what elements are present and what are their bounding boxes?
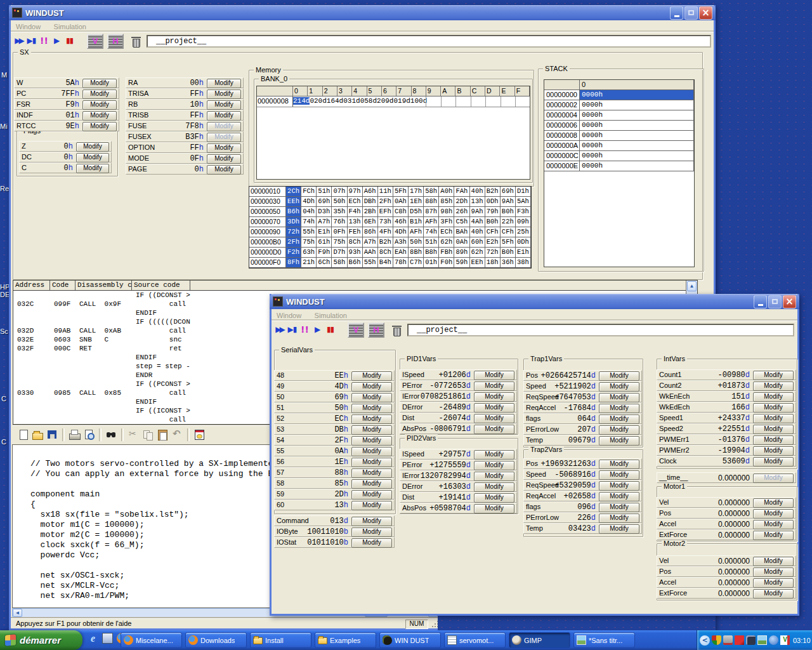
dump-cell[interactable]: 13h	[348, 217, 363, 227]
dump-cell[interactable]: D7h	[332, 248, 347, 258]
step-over-icon[interactable]	[26, 34, 37, 47]
dump-cell[interactable]: 2Fh	[286, 237, 301, 248]
dump-cell[interactable]: AFh	[424, 217, 439, 227]
desktop-icon-label[interactable]: M	[1, 71, 7, 79]
desktop-icon-label[interactable]: C	[1, 395, 6, 402]
modify-button[interactable]: Modify	[753, 446, 794, 456]
dump-cell[interactable]: 79h	[485, 207, 501, 217]
dump-cell[interactable]: B6h	[286, 207, 301, 217]
dump-cell[interactable]: FAh	[454, 187, 469, 197]
dump-cell[interactable]: FEh	[348, 227, 363, 237]
dump-cell[interactable]: B0h	[485, 217, 501, 227]
dump-cell[interactable]: CFh	[501, 227, 516, 237]
dump-cell[interactable]: 1Eh	[409, 197, 424, 207]
modify-button[interactable]: Modify	[82, 90, 117, 99]
modify-button[interactable]: Modify	[82, 79, 117, 88]
misc-app-icon[interactable]	[746, 635, 756, 645]
schedule-icon[interactable]	[193, 427, 206, 442]
dump-cell[interactable]: 50h	[409, 237, 424, 248]
dump-cell[interactable]: F3h	[516, 207, 531, 217]
copy-icon[interactable]	[141, 427, 155, 442]
modify-button[interactable]: Modify	[599, 514, 639, 523]
title-bar[interactable]: WINDUST ×	[9, 5, 716, 20]
modify-button[interactable]: Modify	[82, 122, 117, 131]
stack-value[interactable]: 0000h	[580, 131, 694, 141]
modify-button[interactable]: Modify	[82, 100, 117, 110]
modify-button[interactable]: Modify	[753, 414, 794, 423]
modify-button[interactable]: Modify	[599, 460, 639, 469]
stack-value[interactable]: 0000h	[580, 151, 694, 161]
modify-button[interactable]: Modify	[474, 461, 514, 470]
animate-icon[interactable]	[299, 323, 310, 336]
dump-cell[interactable]: 69h	[317, 197, 332, 207]
taskbar-task-button[interactable]: Examples	[315, 632, 376, 648]
dump-cell[interactable]: AAh	[363, 248, 378, 258]
dump-cell[interactable]: EFh	[378, 207, 393, 217]
memory-cell[interactable]: 100d	[410, 97, 427, 105]
modify-button[interactable]: Modify	[474, 450, 514, 460]
dump-cell[interactable]: 63h	[301, 248, 317, 258]
modify-button[interactable]: Modify	[753, 578, 794, 588]
minimize-button[interactable]	[670, 6, 683, 20]
dump-cell[interactable]: 0Ah	[393, 197, 409, 207]
modify-button[interactable]: Modify	[351, 517, 392, 526]
memory-cell[interactable]: 058d	[360, 97, 377, 105]
menu-window[interactable]: Window	[11, 22, 46, 30]
taskbar-task-button[interactable]: servomot...	[444, 632, 506, 648]
dump-cell[interactable]: D3h	[317, 207, 332, 217]
scroll-left-arrow[interactable]: ◄	[13, 609, 22, 617]
modify-button[interactable]: Modify	[753, 392, 794, 402]
dump-cell[interactable]: B8h	[424, 248, 439, 258]
print-preview-icon[interactable]	[82, 427, 96, 442]
modify-button[interactable]: Modify	[474, 371, 514, 380]
dump-cell[interactable]: 8Bh	[409, 248, 424, 258]
dump-cell[interactable]: 13h	[470, 197, 485, 207]
dump-cell[interactable]: 98h	[439, 207, 454, 217]
modify-button[interactable]: Modify	[351, 436, 392, 446]
dump-cell[interactable]: 9Ah	[501, 197, 516, 207]
stack-value[interactable]: 0000h	[580, 110, 694, 121]
dump-cell[interactable]: 36h	[501, 258, 516, 268]
dump-cell[interactable]: 5Ah	[516, 197, 531, 207]
desktop-icon-label[interactable]: Re	[0, 185, 9, 192]
modify-button[interactable]: Modify	[599, 404, 639, 413]
dump-cell[interactable]: C8h	[393, 207, 409, 217]
modify-button[interactable]: Modify	[474, 425, 514, 434]
maximize-button[interactable]	[684, 6, 698, 20]
modify-button[interactable]: Modify	[599, 436, 639, 446]
modify-button[interactable]: Modify	[474, 504, 514, 514]
dump-cell[interactable]: 4Ah	[470, 217, 485, 227]
desktop-icon-label[interactable]: HP	[0, 283, 10, 291]
modify-button[interactable]: Modify	[351, 447, 392, 456]
dump-cell[interactable]: D1h	[516, 187, 531, 197]
modify-button[interactable]: Modify	[351, 371, 392, 381]
dump-cell[interactable]: 2Fh	[378, 197, 393, 207]
print-icon[interactable]	[68, 427, 81, 442]
vnc-icon[interactable]: V	[780, 635, 790, 645]
dump-cell[interactable]: 22h	[501, 217, 516, 227]
modify-button[interactable]: Modify	[351, 538, 392, 548]
dump-cell[interactable]: EEh	[470, 258, 485, 268]
modify-button[interactable]: Modify	[599, 382, 639, 392]
project-field[interactable]: __project__	[407, 324, 794, 336]
modify-button[interactable]: Modify	[76, 142, 109, 152]
modify-button[interactable]: Modify	[474, 414, 514, 423]
modify-button[interactable]: Modify	[753, 457, 794, 467]
dump-cell[interactable]: B0h	[501, 248, 516, 258]
find-icon[interactable]	[105, 427, 118, 442]
dump-cell[interactable]: 76h	[332, 217, 347, 227]
dump-cell[interactable]: 2Dh	[454, 197, 469, 207]
modify-button[interactable]: Modify	[207, 79, 241, 88]
dump-cell[interactable]: 4Dh	[393, 227, 409, 237]
horizontal-view-button[interactable]: H	[368, 322, 384, 338]
modify-button[interactable]: Modify	[599, 503, 639, 512]
modify-button[interactable]: Modify	[207, 122, 241, 131]
dump-cell[interactable]: B4h	[378, 258, 393, 268]
dump-cell[interactable]: 59h	[454, 258, 469, 268]
dump-cell[interactable]: F4h	[348, 207, 363, 217]
dump-cell[interactable]: F9h	[317, 248, 332, 258]
dump-cell[interactable]: EEh	[286, 197, 301, 207]
modify-button[interactable]: Modify	[76, 164, 109, 173]
modify-button[interactable]: Modify	[351, 458, 392, 467]
modify-button[interactable]: Modify	[351, 415, 392, 424]
